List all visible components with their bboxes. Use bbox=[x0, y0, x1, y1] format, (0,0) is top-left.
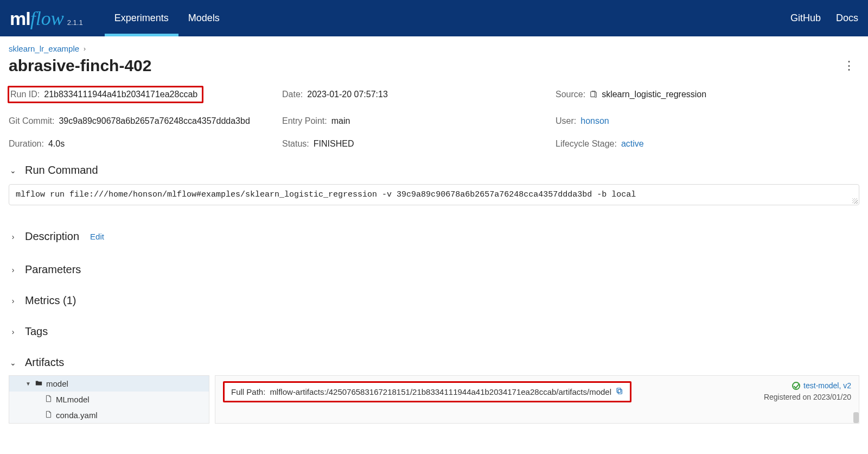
tree-folder-label: model bbox=[46, 379, 68, 388]
chevron-right-icon: › bbox=[84, 45, 86, 53]
run-command-title: Run Command bbox=[25, 164, 98, 176]
edit-description-link[interactable]: Edit bbox=[90, 232, 104, 241]
registered-model-info: test-model, v2 Registered on 2023/01/20 bbox=[764, 381, 851, 401]
date-value: 2023-01-20 07:57:13 bbox=[307, 90, 388, 99]
source-label: Source: bbox=[556, 90, 585, 99]
section-parameters: › Parameters bbox=[9, 263, 859, 276]
breadcrumb: sklearn_lr_example › bbox=[9, 44, 859, 53]
artifacts-body: ▼ model MLmodel conda.yaml bbox=[9, 375, 859, 424]
section-run-command: ⌄ Run Command mlflow run file:///home/ho… bbox=[9, 164, 859, 205]
section-tags: › Tags bbox=[9, 325, 859, 338]
svg-rect-2 bbox=[617, 388, 621, 393]
chevron-right-icon: › bbox=[9, 297, 17, 305]
chevron-right-icon: › bbox=[9, 327, 17, 336]
nav-models[interactable]: Models bbox=[178, 0, 229, 36]
docs-link[interactable]: Docs bbox=[836, 12, 858, 24]
svg-rect-1 bbox=[618, 389, 622, 394]
tree-file-mlmodel[interactable]: MLmodel bbox=[9, 392, 209, 407]
artifacts-header[interactable]: ⌄ Artifacts bbox=[9, 356, 859, 369]
git-cell: Git Commit: 39c9a89c90678a6b2657a76248cc… bbox=[9, 116, 282, 126]
duration-value: 4.0s bbox=[48, 139, 65, 149]
tree-file-label: conda.yaml bbox=[56, 411, 98, 420]
registered-model-link[interactable]: test-model, v2 bbox=[792, 381, 851, 390]
copy-icon[interactable] bbox=[616, 387, 623, 396]
artifacts-title: Artifacts bbox=[25, 356, 64, 369]
logo-ml: ml bbox=[10, 8, 30, 29]
date-cell: Date: 2023-01-20 07:57:13 bbox=[282, 86, 556, 103]
run-command-header[interactable]: ⌄ Run Command bbox=[9, 164, 859, 176]
parameters-header[interactable]: › Parameters bbox=[9, 263, 859, 276]
logo-flow: flow bbox=[30, 7, 64, 30]
caret-down-icon: ▼ bbox=[25, 381, 31, 387]
lifecycle-cell: Lifecycle Stage: active bbox=[556, 139, 859, 149]
section-artifacts: ⌄ Artifacts ▼ model MLmodel bbox=[9, 356, 859, 424]
tree-folder-model[interactable]: ▼ model bbox=[9, 376, 209, 392]
lifecycle-value[interactable]: active bbox=[621, 139, 644, 149]
title-bar: abrasive-finch-402 ⋮ bbox=[9, 56, 859, 75]
description-header[interactable]: › Description Edit bbox=[9, 230, 859, 243]
file-icon bbox=[44, 411, 53, 420]
app-header: ml flow 2.1.1 Experiments Models GitHub … bbox=[0, 0, 868, 36]
status-cell: Status: FINISHED bbox=[282, 139, 556, 149]
page-content: sklearn_lr_example › abrasive-finch-402 … bbox=[0, 36, 868, 434]
nav-experiments[interactable]: Experiments bbox=[105, 0, 178, 36]
resize-handle-icon[interactable] bbox=[852, 198, 858, 204]
run-metadata: Run ID: 21b8334111944a41b2034171ea28ccab… bbox=[9, 86, 859, 149]
git-label: Git Commit: bbox=[9, 116, 54, 126]
source-value: sklearn_logistic_regression bbox=[602, 90, 706, 99]
lifecycle-label: Lifecycle Stage: bbox=[556, 139, 617, 149]
chevron-down-icon: ⌄ bbox=[9, 166, 17, 175]
entry-cell: Entry Point: main bbox=[282, 116, 556, 126]
svg-rect-0 bbox=[591, 92, 595, 97]
tree-file-conda[interactable]: conda.yaml bbox=[9, 407, 209, 423]
metrics-title: Metrics (1) bbox=[25, 294, 76, 307]
date-label: Date: bbox=[282, 90, 303, 99]
chevron-right-icon: › bbox=[9, 266, 17, 274]
duration-cell: Duration: 4.0s bbox=[9, 139, 282, 149]
git-value: 39c9a89c90678a6b2657a76248cca4357ddda3bd bbox=[59, 116, 250, 126]
logo[interactable]: ml flow 2.1.1 bbox=[10, 7, 83, 30]
full-path-highlight: Full Path:mlflow-artifacts:/425076583167… bbox=[223, 381, 631, 402]
full-path-value: mlflow-artifacts:/425076583167218151/21b… bbox=[270, 387, 611, 396]
entry-value: main bbox=[331, 116, 350, 126]
project-icon bbox=[590, 91, 597, 98]
folder-icon bbox=[34, 379, 43, 388]
source-cell: Source: sklearn_logistic_regression bbox=[556, 86, 859, 103]
chevron-down-icon: ⌄ bbox=[9, 358, 17, 367]
registered-on: Registered on 2023/01/20 bbox=[764, 393, 851, 401]
run-title: abrasive-finch-402 bbox=[9, 56, 151, 75]
section-metrics: › Metrics (1) bbox=[9, 294, 859, 307]
artifact-detail: Full Path:mlflow-artifacts:/425076583167… bbox=[215, 375, 859, 424]
tree-file-label: MLmodel bbox=[56, 395, 90, 404]
user-value[interactable]: honson bbox=[580, 116, 609, 126]
run-command-box[interactable]: mlflow run file:///home/honson/mlflow#ex… bbox=[9, 184, 859, 205]
artifact-tree: ▼ model MLmodel conda.yaml bbox=[9, 375, 209, 424]
user-label: User: bbox=[556, 116, 576, 126]
main-nav: Experiments Models bbox=[105, 0, 229, 36]
tags-title: Tags bbox=[25, 325, 48, 338]
logo-version: 2.1.1 bbox=[67, 18, 83, 30]
run-id-highlight: Run ID: 21b8334111944a41b2034171ea28ccab bbox=[8, 86, 203, 103]
entry-label: Entry Point: bbox=[282, 116, 327, 126]
duration-label: Duration: bbox=[9, 139, 44, 149]
github-link[interactable]: GitHub bbox=[790, 12, 821, 24]
tags-header[interactable]: › Tags bbox=[9, 325, 859, 338]
scrollbar[interactable] bbox=[853, 412, 859, 423]
run-id-label: Run ID: bbox=[10, 90, 40, 99]
kebab-menu-icon[interactable]: ⋮ bbox=[839, 56, 859, 75]
full-path-label: Full Path: bbox=[231, 387, 265, 396]
run-id-value: 21b8334111944a41b2034171ea28ccab bbox=[44, 90, 197, 99]
user-cell: User: honson bbox=[556, 116, 859, 126]
file-icon bbox=[44, 395, 53, 404]
section-description: › Description Edit bbox=[9, 230, 859, 243]
metrics-header[interactable]: › Metrics (1) bbox=[9, 294, 859, 307]
status-label: Status: bbox=[282, 139, 309, 149]
parameters-title: Parameters bbox=[25, 263, 81, 276]
run-id-cell: Run ID: 21b8334111944a41b2034171ea28ccab bbox=[9, 86, 282, 103]
header-right: GitHub Docs bbox=[790, 12, 858, 24]
breadcrumb-experiment[interactable]: sklearn_lr_example bbox=[9, 44, 79, 53]
status-value: FINISHED bbox=[314, 139, 354, 149]
description-title: Description bbox=[25, 230, 79, 243]
registered-model-name: test-model, v2 bbox=[803, 381, 851, 390]
run-command-text: mlflow run file:///home/honson/mlflow#ex… bbox=[16, 190, 852, 199]
